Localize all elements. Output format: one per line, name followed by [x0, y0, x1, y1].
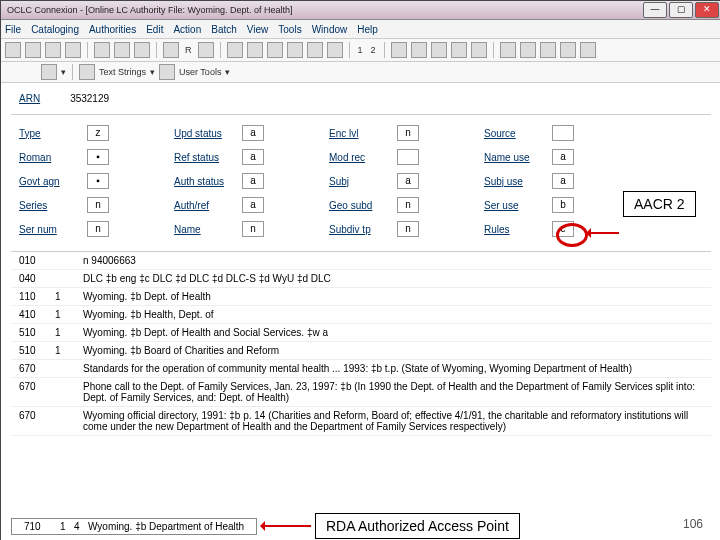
ff-value[interactable]: a — [397, 173, 419, 189]
tool-icon[interactable] — [267, 42, 283, 58]
tool-icon[interactable] — [45, 42, 61, 58]
marc-ind1[interactable]: 1 — [60, 521, 74, 532]
annotation-arrow-rda — [261, 525, 311, 527]
ff-value[interactable]: n — [397, 221, 419, 237]
marc-row[interactable]: 670Wyoming official directory, 1991: ‡b … — [11, 407, 711, 436]
ff-value[interactable] — [397, 149, 419, 165]
ff-value[interactable]: n — [87, 197, 109, 213]
menu-edit[interactable]: Edit — [146, 24, 163, 35]
ff-value[interactable]: a — [552, 149, 574, 165]
ff-value[interactable]: n — [242, 221, 264, 237]
marc-tag[interactable]: 710 — [16, 521, 60, 532]
menu-bar: File Cataloging Authorities Edit Action … — [1, 20, 720, 39]
tool-icon[interactable] — [431, 42, 447, 58]
tool-icon[interactable] — [540, 42, 556, 58]
ff-value[interactable]: n — [87, 221, 109, 237]
menu-window[interactable]: Window — [312, 24, 348, 35]
annotation-arrow-aacr2 — [587, 232, 619, 234]
text-strings-label[interactable]: Text Strings — [99, 67, 146, 77]
callout-aacr2: AACR 2 — [623, 191, 696, 217]
ff-value[interactable]: a — [552, 173, 574, 189]
ff-value[interactable]: b — [552, 197, 574, 213]
marc-row[interactable]: 670Standards for the operation of commun… — [11, 360, 711, 378]
menu-batch[interactable]: Batch — [211, 24, 237, 35]
ff-value[interactable]: ▪ — [87, 149, 109, 165]
marc-row[interactable]: 5101Wyoming. ‡b Dept. of Health and Soci… — [11, 324, 711, 342]
ff-value[interactable]: z — [87, 125, 109, 141]
ff-label: Auth/ref — [174, 200, 242, 211]
toolbar-separator — [156, 42, 157, 58]
ff-value[interactable]: n — [397, 125, 419, 141]
ff-label: Upd status — [174, 128, 242, 139]
marc-data[interactable]: Wyoming. ‡b Department of Health — [88, 521, 252, 532]
ff-value[interactable]: a — [242, 125, 264, 141]
marc-row[interactable]: 4101Wyoming. ‡b Health, Dept. of — [11, 306, 711, 324]
user-tools-label[interactable]: User Tools — [179, 67, 221, 77]
ff-label: Name — [174, 224, 242, 235]
ff-label: Auth status — [174, 176, 242, 187]
tool-icon[interactable] — [94, 42, 110, 58]
tool-icon[interactable] — [159, 64, 175, 80]
ff-value[interactable]: a — [242, 149, 264, 165]
marc-row[interactable]: 010n 94006663 — [11, 252, 711, 270]
window-title: OCLC Connexion - [Online LC Authority Fi… — [3, 5, 293, 15]
menu-tools[interactable]: Tools — [278, 24, 301, 35]
fixed-field-grid: Typez Upd statusa Enc lvln Source Roman▪… — [11, 114, 711, 247]
tool-icon[interactable] — [391, 42, 407, 58]
ff-value[interactable]: a — [242, 173, 264, 189]
marc-fields: 010n 94006663 040DLC ‡b eng ‡c DLC ‡d DL… — [11, 251, 711, 436]
menu-file[interactable]: File — [5, 24, 21, 35]
tool-icon[interactable] — [25, 42, 41, 58]
tool-icon[interactable] — [114, 42, 130, 58]
close-button[interactable]: ✕ — [695, 2, 719, 18]
menu-authorities[interactable]: Authorities — [89, 24, 136, 35]
ff-label: Rules — [484, 224, 552, 235]
tool-icon[interactable] — [520, 42, 536, 58]
toolbar-num-1[interactable]: 1 — [356, 45, 365, 55]
tool-icon[interactable] — [327, 42, 343, 58]
menu-help[interactable]: Help — [357, 24, 378, 35]
tool-icon[interactable] — [79, 64, 95, 80]
marc-row[interactable]: 5101Wyoming. ‡b Board of Charities and R… — [11, 342, 711, 360]
ff-value[interactable]: a — [242, 197, 264, 213]
tool-icon[interactable] — [580, 42, 596, 58]
tool-icon[interactable] — [307, 42, 323, 58]
tool-icon[interactable] — [287, 42, 303, 58]
toolbar-separator — [72, 64, 73, 80]
ff-label: Subdiv tp — [329, 224, 397, 235]
tool-icon[interactable] — [65, 42, 81, 58]
tool-icon[interactable] — [451, 42, 467, 58]
tool-icon[interactable] — [471, 42, 487, 58]
ff-label: Ser num — [19, 224, 87, 235]
marc-ind2[interactable]: 4 — [74, 521, 88, 532]
toolbar-num-2[interactable]: 2 — [369, 45, 378, 55]
ff-label: Roman — [19, 152, 87, 163]
arn-label: ARN — [19, 93, 40, 104]
marc-row[interactable]: 040DLC ‡b eng ‡c DLC ‡d DLC ‡d DLC-S ‡d … — [11, 270, 711, 288]
ff-label: Mod rec — [329, 152, 397, 163]
tool-icon[interactable] — [227, 42, 243, 58]
ff-value[interactable]: ▪ — [87, 173, 109, 189]
tool-icon[interactable] — [500, 42, 516, 58]
tool-icon[interactable] — [134, 42, 150, 58]
ff-value[interactable]: n — [397, 197, 419, 213]
ff-label: Ref status — [174, 152, 242, 163]
tool-icon[interactable] — [41, 64, 57, 80]
minimize-button[interactable]: — — [643, 2, 667, 18]
menu-action[interactable]: Action — [173, 24, 201, 35]
ff-label: Series — [19, 200, 87, 211]
tool-icon[interactable] — [5, 42, 21, 58]
marc-row[interactable]: 1101Wyoming. ‡b Dept. of Health — [11, 288, 711, 306]
menu-cataloging[interactable]: Cataloging — [31, 24, 79, 35]
ff-label: Subj use — [484, 176, 552, 187]
tool-icon[interactable] — [560, 42, 576, 58]
tool-icon[interactable] — [247, 42, 263, 58]
marc-row[interactable]: 670Phone call to the Dept. of Family Ser… — [11, 378, 711, 407]
tool-icon[interactable] — [198, 42, 214, 58]
maximize-button[interactable]: ▢ — [669, 2, 693, 18]
toolbar-main: R 1 2 — [1, 39, 720, 62]
menu-view[interactable]: View — [247, 24, 269, 35]
tool-icon[interactable] — [163, 42, 179, 58]
tool-icon[interactable] — [411, 42, 427, 58]
ff-value[interactable] — [552, 125, 574, 141]
